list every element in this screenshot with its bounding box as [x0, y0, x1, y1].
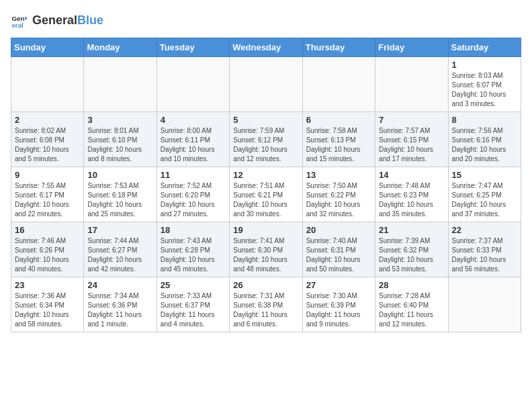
- day-cell: 3Sunrise: 8:01 AM Sunset: 6:10 PM Daylig…: [84, 112, 157, 167]
- day-number: 24: [87, 280, 152, 290]
- day-info: Sunrise: 7:59 AM Sunset: 6:12 PM Dayligh…: [233, 126, 298, 164]
- day-info: Sunrise: 7:51 AM Sunset: 6:21 PM Dayligh…: [233, 181, 298, 219]
- day-number: 23: [15, 280, 80, 290]
- day-info: Sunrise: 8:02 AM Sunset: 6:08 PM Dayligh…: [15, 126, 80, 164]
- week-row-4: 16Sunrise: 7:46 AM Sunset: 6:26 PM Dayli…: [11, 222, 521, 277]
- day-info: Sunrise: 7:56 AM Sunset: 6:16 PM Dayligh…: [452, 126, 517, 164]
- day-cell: 5Sunrise: 7:59 AM Sunset: 6:12 PM Daylig…: [230, 112, 302, 167]
- day-number: 26: [233, 280, 298, 290]
- logo-icon: Gen eral: [11, 11, 30, 30]
- day-cell: 11Sunrise: 7:52 AM Sunset: 6:20 PM Dayli…: [157, 167, 229, 222]
- day-info: Sunrise: 7:48 AM Sunset: 6:23 PM Dayligh…: [379, 181, 444, 219]
- day-info: Sunrise: 7:50 AM Sunset: 6:22 PM Dayligh…: [306, 181, 371, 219]
- day-number: 19: [233, 225, 298, 235]
- day-info: Sunrise: 7:33 AM Sunset: 6:37 PM Dayligh…: [161, 291, 226, 329]
- day-cell: [448, 277, 521, 332]
- day-cell: 24Sunrise: 7:34 AM Sunset: 6:36 PM Dayli…: [84, 277, 157, 332]
- day-info: Sunrise: 8:01 AM Sunset: 6:10 PM Dayligh…: [87, 126, 152, 164]
- day-cell: 23Sunrise: 7:36 AM Sunset: 6:34 PM Dayli…: [11, 277, 84, 332]
- day-cell: [375, 57, 448, 112]
- day-info: Sunrise: 7:37 AM Sunset: 6:33 PM Dayligh…: [452, 236, 517, 274]
- day-cell: 25Sunrise: 7:33 AM Sunset: 6:37 PM Dayli…: [157, 277, 229, 332]
- logo-general: General: [32, 13, 77, 27]
- day-cell: 16Sunrise: 7:46 AM Sunset: 6:26 PM Dayli…: [11, 222, 84, 277]
- day-info: Sunrise: 7:40 AM Sunset: 6:31 PM Dayligh…: [306, 236, 371, 274]
- day-cell: 9Sunrise: 7:55 AM Sunset: 6:17 PM Daylig…: [11, 167, 84, 222]
- day-cell: 22Sunrise: 7:37 AM Sunset: 6:33 PM Dayli…: [448, 222, 521, 277]
- day-number: 1: [452, 60, 517, 70]
- day-cell: 19Sunrise: 7:41 AM Sunset: 6:30 PM Dayli…: [230, 222, 302, 277]
- week-row-5: 23Sunrise: 7:36 AM Sunset: 6:34 PM Dayli…: [11, 277, 521, 332]
- day-cell: 27Sunrise: 7:30 AM Sunset: 6:39 PM Dayli…: [302, 277, 375, 332]
- day-number: 15: [452, 170, 517, 180]
- day-cell: 1Sunrise: 8:03 AM Sunset: 6:07 PM Daylig…: [448, 57, 521, 112]
- col-header-friday: Friday: [375, 38, 448, 57]
- day-number: 21: [379, 225, 444, 235]
- week-row-1: 1Sunrise: 8:03 AM Sunset: 6:07 PM Daylig…: [11, 57, 521, 112]
- day-cell: 7Sunrise: 7:57 AM Sunset: 6:15 PM Daylig…: [375, 112, 448, 167]
- col-header-sunday: Sunday: [11, 38, 84, 57]
- day-info: Sunrise: 7:47 AM Sunset: 6:25 PM Dayligh…: [452, 181, 517, 219]
- svg-marker-3: [25, 16, 28, 20]
- day-info: Sunrise: 7:30 AM Sunset: 6:39 PM Dayligh…: [306, 291, 371, 329]
- day-cell: 17Sunrise: 7:44 AM Sunset: 6:27 PM Dayli…: [84, 222, 157, 277]
- day-number: 3: [87, 115, 152, 125]
- calendar-table: SundayMondayTuesdayWednesdayThursdayFrid…: [11, 38, 521, 332]
- day-info: Sunrise: 7:55 AM Sunset: 6:17 PM Dayligh…: [15, 181, 80, 219]
- day-info: Sunrise: 8:03 AM Sunset: 6:07 PM Dayligh…: [452, 71, 517, 109]
- day-number: 16: [15, 225, 80, 235]
- day-number: 20: [306, 225, 371, 235]
- day-number: 25: [161, 280, 226, 290]
- day-cell: 8Sunrise: 7:56 AM Sunset: 6:16 PM Daylig…: [448, 112, 521, 167]
- day-number: 6: [306, 115, 371, 125]
- day-cell: 10Sunrise: 7:53 AM Sunset: 6:18 PM Dayli…: [84, 167, 157, 222]
- col-header-saturday: Saturday: [448, 38, 521, 57]
- day-number: 22: [452, 225, 517, 235]
- day-cell: [11, 57, 84, 112]
- day-cell: [84, 57, 157, 112]
- day-number: 27: [306, 280, 371, 290]
- day-info: Sunrise: 7:44 AM Sunset: 6:27 PM Dayligh…: [87, 236, 152, 274]
- day-info: Sunrise: 7:39 AM Sunset: 6:32 PM Dayligh…: [379, 236, 444, 274]
- col-header-thursday: Thursday: [302, 38, 375, 57]
- day-cell: [230, 57, 302, 112]
- col-header-monday: Monday: [84, 38, 157, 57]
- day-number: 14: [379, 170, 444, 180]
- day-cell: 12Sunrise: 7:51 AM Sunset: 6:21 PM Dayli…: [230, 167, 302, 222]
- day-info: Sunrise: 7:53 AM Sunset: 6:18 PM Dayligh…: [87, 181, 152, 219]
- logo-blue: Blue: [77, 13, 103, 27]
- day-number: 5: [233, 115, 298, 125]
- day-cell: [157, 57, 229, 112]
- day-number: 8: [452, 115, 517, 125]
- day-cell: 28Sunrise: 7:28 AM Sunset: 6:40 PM Dayli…: [375, 277, 448, 332]
- day-info: Sunrise: 7:28 AM Sunset: 6:40 PM Dayligh…: [379, 291, 444, 329]
- day-cell: 4Sunrise: 8:00 AM Sunset: 6:11 PM Daylig…: [157, 112, 229, 167]
- day-info: Sunrise: 7:52 AM Sunset: 6:20 PM Dayligh…: [161, 181, 226, 219]
- day-info: Sunrise: 7:57 AM Sunset: 6:15 PM Dayligh…: [379, 126, 444, 164]
- day-number: 11: [161, 170, 226, 180]
- day-info: Sunrise: 7:34 AM Sunset: 6:36 PM Dayligh…: [87, 291, 152, 329]
- day-cell: 13Sunrise: 7:50 AM Sunset: 6:22 PM Dayli…: [302, 167, 375, 222]
- day-cell: 15Sunrise: 7:47 AM Sunset: 6:25 PM Dayli…: [448, 167, 521, 222]
- day-number: 17: [87, 225, 152, 235]
- day-cell: 18Sunrise: 7:43 AM Sunset: 6:28 PM Dayli…: [157, 222, 229, 277]
- page-header: Gen eral GeneralBlue: [11, 11, 521, 30]
- day-number: 2: [15, 115, 80, 125]
- day-number: 28: [379, 280, 444, 290]
- day-cell: 2Sunrise: 8:02 AM Sunset: 6:08 PM Daylig…: [11, 112, 84, 167]
- day-number: 18: [161, 225, 226, 235]
- day-number: 10: [87, 170, 152, 180]
- svg-text:eral: eral: [11, 21, 24, 29]
- day-info: Sunrise: 7:43 AM Sunset: 6:28 PM Dayligh…: [161, 236, 226, 274]
- calendar-header-row: SundayMondayTuesdayWednesdayThursdayFrid…: [11, 38, 521, 57]
- day-cell: 21Sunrise: 7:39 AM Sunset: 6:32 PM Dayli…: [375, 222, 448, 277]
- logo: Gen eral GeneralBlue: [11, 11, 103, 30]
- day-number: 7: [379, 115, 444, 125]
- day-cell: 20Sunrise: 7:40 AM Sunset: 6:31 PM Dayli…: [302, 222, 375, 277]
- day-cell: 26Sunrise: 7:31 AM Sunset: 6:38 PM Dayli…: [230, 277, 302, 332]
- col-header-tuesday: Tuesday: [157, 38, 229, 57]
- day-cell: 6Sunrise: 7:58 AM Sunset: 6:13 PM Daylig…: [302, 112, 375, 167]
- day-info: Sunrise: 8:00 AM Sunset: 6:11 PM Dayligh…: [161, 126, 226, 164]
- day-number: 9: [15, 170, 80, 180]
- day-cell: [302, 57, 375, 112]
